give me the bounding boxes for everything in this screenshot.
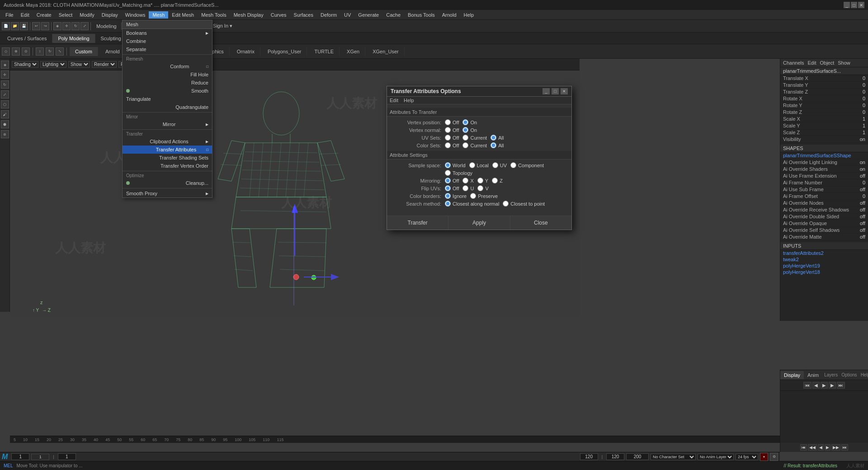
save-scene-btn[interactable]: 💾	[20, 22, 28, 30]
subtab-xgen-user[interactable]: XGen_User	[367, 47, 404, 56]
menu-item-quadrangulate[interactable]: Quadrangulate	[123, 103, 212, 111]
menu-display[interactable]: Display	[98, 11, 122, 19]
tab-poly-modeling[interactable]: Poly Modeling	[52, 34, 95, 43]
menu-select[interactable]: Select	[55, 11, 76, 19]
channel-ai-override-self-shadows[interactable]: Ai Override Self Shadows off	[780, 227, 868, 234]
sample-world-radio[interactable]	[445, 162, 451, 168]
object-tab[interactable]: Object	[820, 60, 834, 66]
input-transfer-attrs[interactable]: transferAttributes2	[780, 250, 868, 256]
next-frame-btn[interactable]: ▶	[829, 382, 836, 389]
subtab-custom[interactable]: Custom	[70, 47, 98, 56]
sample-local-radio[interactable]	[469, 162, 475, 168]
timeline-options-btn[interactable]: ⚙	[770, 453, 778, 461]
sample-local-option[interactable]: Local	[469, 162, 489, 168]
anim-skip-start-btn[interactable]: ⏮	[800, 444, 807, 451]
vertex-pos-off-option[interactable]: Off	[445, 119, 459, 125]
channel-ai-override-matte[interactable]: Ai Override Matte off	[780, 234, 868, 240]
edit-tab[interactable]: Edit	[807, 60, 816, 66]
shading-menu[interactable]: Shading	[12, 61, 38, 68]
show-menu[interactable]: Show	[68, 61, 90, 68]
sample-component-option[interactable]: Component	[510, 162, 544, 168]
borders-ignore-radio[interactable]	[445, 193, 451, 199]
menu-item-transfer-shading[interactable]: Transfer Shading Sets	[123, 154, 212, 162]
extrude-tool[interactable]: ⬡	[1, 100, 9, 108]
transfer-btn[interactable]: Transfer	[387, 216, 448, 230]
flip-u-option[interactable]: U	[462, 185, 474, 191]
mirror-y-radio[interactable]	[477, 178, 483, 183]
redo-btn[interactable]: ↪	[41, 22, 49, 30]
channel-rotate-x[interactable]: Rotate X 0	[780, 95, 868, 102]
menu-generate[interactable]: Generate	[354, 11, 382, 19]
search-normal-radio[interactable]	[445, 201, 451, 207]
mirror-y-option[interactable]: Y	[477, 178, 488, 183]
channels-tab[interactable]: Channels	[783, 60, 804, 66]
menu-bonus-tools[interactable]: Bonus Tools	[404, 11, 439, 19]
vertex-norm-on-radio[interactable]	[462, 127, 468, 133]
sample-component-radio[interactable]	[510, 162, 516, 168]
menu-create[interactable]: Create	[33, 11, 55, 19]
dialog-menu-edit[interactable]: Edit	[390, 98, 398, 103]
anim-prev-btn[interactable]: ◀◀	[808, 444, 817, 451]
undo-btn[interactable]: ↩	[32, 22, 40, 30]
channel-visibility[interactable]: Visibility on	[780, 136, 868, 143]
menu-surfaces[interactable]: Surfaces	[290, 11, 317, 19]
search-point-option[interactable]: Closest to point	[503, 201, 545, 207]
menu-item-conform[interactable]: Conform □	[123, 62, 212, 70]
menu-item-clipboard-actions[interactable]: Clipboard Actions	[123, 137, 212, 146]
render-menu[interactable]: Render	[92, 61, 117, 68]
input-poly-herge-vert18[interactable]: polyHergeVert18	[780, 269, 868, 275]
menu-help[interactable]: Help	[460, 11, 478, 19]
subtab-ornatrix[interactable]: Ornatrix	[231, 47, 260, 56]
channel-ai-use-frame-ext[interactable]: Ai Use Frame Extension off	[780, 173, 868, 179]
options-link[interactable]: Options	[840, 372, 859, 377]
display-tab[interactable]: Display	[780, 371, 804, 379]
input-poly-herge-vert19[interactable]: polyHergeVert19	[780, 263, 868, 269]
menu-item-separate[interactable]: Separate	[123, 45, 212, 53]
flip-v-option[interactable]: V	[477, 185, 488, 191]
borders-preserve-option[interactable]: Preserve	[470, 193, 498, 199]
search-normal-option[interactable]: Closest along normal	[445, 201, 499, 207]
show-tab[interactable]: Show	[838, 60, 850, 66]
vertex-pos-on-radio[interactable]	[462, 119, 468, 125]
channel-translate-x[interactable]: Translate X 0	[780, 75, 868, 82]
select-tool-btn[interactable]: ◈	[53, 22, 61, 30]
uv-current-radio[interactable]	[462, 135, 468, 141]
menu-item-booleans[interactable]: Booleans	[123, 29, 212, 37]
vertex-pos-on-option[interactable]: On	[462, 119, 477, 125]
channel-rotate-y[interactable]: Rotate Y 0	[780, 102, 868, 109]
channel-ai-override-double-sided[interactable]: Ai Override Double Sided off	[780, 213, 868, 220]
input-tweak[interactable]: tweak2	[780, 256, 868, 263]
channel-translate-y[interactable]: Translate Y 0	[780, 82, 868, 89]
uv-off-option[interactable]: Off	[445, 135, 459, 141]
channel-ai-override-opaque[interactable]: Ai Override Opaque off	[780, 220, 868, 227]
end-frame-input[interactable]	[580, 453, 598, 460]
skip-forward-btn[interactable]: ⏭	[837, 382, 845, 389]
sample-world-option[interactable]: World	[445, 162, 466, 168]
tab-curves-surfaces[interactable]: Curves / Surfaces	[2, 34, 52, 43]
subtab-polygons-user[interactable]: Polygons_User	[262, 47, 307, 56]
fps-select[interactable]: 24 fps	[736, 454, 758, 460]
rotate-tool-btn[interactable]: ↻	[71, 22, 80, 30]
vertex-norm-off-option[interactable]: Off	[445, 127, 459, 133]
rotate-tool[interactable]: ↻	[1, 80, 9, 89]
color-off-radio[interactable]	[445, 142, 451, 148]
channel-ai-frame-offset[interactable]: Ai Frame Offset 0	[780, 193, 868, 200]
paint-sel-icon[interactable]: ⊙	[22, 47, 30, 56]
anim-layer-select[interactable]: No Anim Layer	[698, 454, 734, 460]
channel-ai-override-shaders[interactable]: Ai Override Shaders on	[780, 166, 868, 173]
range-end-input[interactable]	[606, 453, 624, 460]
prev-frame-btn[interactable]: ◀	[812, 382, 820, 389]
menu-mesh[interactable]: Mesh	[149, 11, 168, 19]
borders-ignore-option[interactable]: Ignore	[445, 193, 467, 199]
menu-item-fill-hole[interactable]: Fill Hole	[123, 70, 212, 79]
menu-item-reduce[interactable]: Reduce	[123, 79, 212, 87]
paint-tool[interactable]: 🖌	[1, 110, 9, 118]
menu-curves[interactable]: Curves	[267, 11, 290, 19]
flip-off-radio[interactable]	[445, 185, 451, 191]
scale-tool-btn[interactable]: ⤢	[80, 22, 89, 30]
snap-tool[interactable]: ⊛	[1, 130, 9, 138]
menu-item-combine[interactable]: Combine	[123, 37, 212, 45]
move-tool[interactable]: ✛	[1, 70, 9, 79]
channel-ai-override-receive-shadows[interactable]: Ai Override Receive Shadows off	[780, 207, 868, 213]
menu-item-smooth[interactable]: Smooth	[123, 87, 212, 95]
